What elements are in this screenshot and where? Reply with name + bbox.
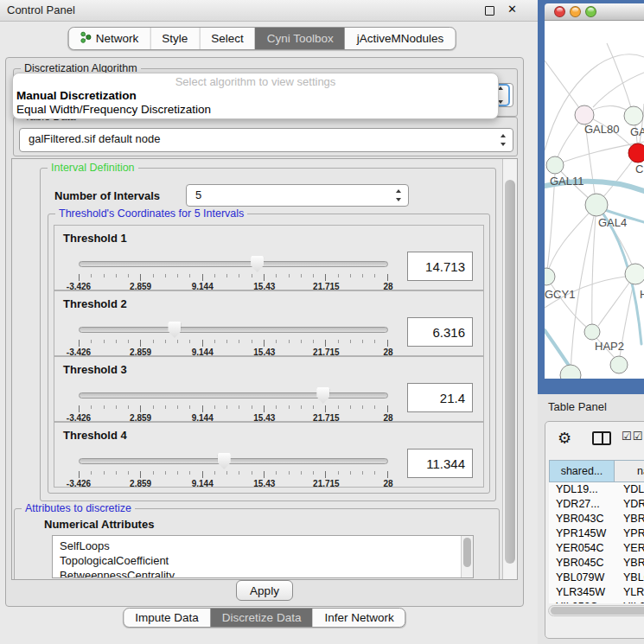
algorithm-dropdown: Select algorithm to view settings Manual… bbox=[12, 73, 499, 119]
scrollbar-thumb[interactable] bbox=[505, 180, 515, 564]
slider-thumb[interactable] bbox=[218, 453, 231, 469]
network-edge bbox=[596, 205, 635, 274]
tab-jactivemnodules[interactable]: jActiveMNodules bbox=[345, 28, 456, 49]
network-view[interactable]: GAL80GACGAL11GAL4GCY1HHAP2 bbox=[545, 21, 644, 379]
table-row[interactable]: YDL19...YDL1 bbox=[549, 482, 644, 497]
attribute-item-betweennesscentrality[interactable]: BetweennessCentrality bbox=[53, 568, 461, 578]
threshold-value-field[interactable]: 14.713 bbox=[407, 252, 473, 281]
table-rows: YDL19...YDL1YDR27...YDR2YBR043CYBR0YPR14… bbox=[549, 482, 644, 603]
bottom-tab-bar: Impute DataDiscretize DataInfer Network bbox=[123, 608, 405, 628]
slider-ticks bbox=[79, 471, 388, 478]
columns-icon[interactable] bbox=[592, 431, 611, 445]
top-tab-bar: NetworkStyleSelectCyni ToolboxjActiveMNo… bbox=[68, 27, 456, 50]
tab-label: Network bbox=[96, 32, 139, 45]
table-row[interactable]: YPR145WYPR1 bbox=[549, 526, 644, 541]
combo-stepper-icon[interactable] bbox=[394, 188, 404, 202]
network-node-gal4[interactable] bbox=[585, 194, 608, 216]
list-scrollbar[interactable] bbox=[461, 536, 473, 577]
network-node-h[interactable] bbox=[625, 264, 644, 284]
table-row[interactable]: YLR345WYLR3 bbox=[549, 585, 644, 600]
network-node-gcy1[interactable] bbox=[545, 268, 555, 285]
slider-thumb[interactable] bbox=[251, 256, 264, 272]
table-row[interactable]: YER054CYER0 bbox=[549, 541, 644, 556]
network-node-gal11[interactable] bbox=[546, 156, 564, 174]
network-node-selected-red[interactable] bbox=[628, 143, 644, 163]
threshold-label: Threshold 1 bbox=[63, 232, 127, 245]
interval-definition-group: Interval Definition Number of Intervals … bbox=[40, 168, 496, 501]
threshold-label: Threshold 4 bbox=[63, 429, 127, 442]
apply-button[interactable]: Apply bbox=[236, 580, 293, 601]
table-row[interactable]: YDR27...YDR2 bbox=[549, 497, 644, 512]
column-header-shared[interactable]: shared... bbox=[550, 461, 615, 481]
cell-name: YBR0 bbox=[613, 512, 644, 526]
slider-ticks bbox=[79, 340, 388, 347]
zoom-traffic-light[interactable] bbox=[585, 6, 596, 17]
slider-ticks bbox=[79, 274, 388, 281]
network-node-gal80[interactable] bbox=[575, 105, 594, 124]
network-edge bbox=[546, 174, 555, 277]
slider-thumb[interactable] bbox=[168, 322, 181, 338]
table-toolbar: ⚙ ☑☑ bbox=[545, 425, 644, 451]
tab-style[interactable]: Style bbox=[150, 28, 199, 49]
cell-shared-name: YBR045C bbox=[549, 556, 613, 571]
cell-shared-name: YBL079W bbox=[549, 571, 613, 585]
number-of-intervals-combo[interactable]: 5 bbox=[186, 184, 409, 207]
threshold-value-field[interactable]: 11.344 bbox=[407, 449, 473, 478]
cell-name: YBR0 bbox=[613, 556, 644, 571]
tab-impute-data[interactable]: Impute Data bbox=[124, 609, 210, 627]
tab-discretize-data[interactable]: Discretize Data bbox=[210, 609, 313, 627]
slider-thumb[interactable] bbox=[316, 387, 329, 404]
table-row[interactable]: YIL052CYIL0 bbox=[549, 600, 644, 603]
network-node-gal-top[interactable] bbox=[624, 106, 643, 125]
attributes-group: Attributes to discretize Numerical Attri… bbox=[14, 508, 500, 580]
slider-track[interactable] bbox=[79, 261, 388, 267]
table-horizontal-scrollbar[interactable] bbox=[548, 605, 644, 616]
network-window-titlebar[interactable] bbox=[545, 3, 644, 21]
number-of-intervals-value: 5 bbox=[195, 185, 201, 206]
dropdown-hint: Select algorithm to view settings bbox=[13, 75, 498, 89]
network-node-node-bottom[interactable] bbox=[610, 356, 628, 373]
table-data-combo[interactable]: galFiltered.sif default node bbox=[19, 128, 513, 152]
table-row[interactable]: YBL079WYBL0 bbox=[549, 571, 644, 585]
minimize-traffic-light[interactable] bbox=[570, 6, 581, 17]
threshold-value-field[interactable]: 21.4 bbox=[407, 383, 473, 412]
close-traffic-light[interactable] bbox=[554, 6, 565, 17]
slider-tick-labels: -3.4262.8599.14415.4321.71528 bbox=[79, 479, 388, 489]
settings-scrollbar[interactable] bbox=[502, 159, 517, 579]
tab-label: Select bbox=[211, 32, 244, 45]
combo-stepper-icon[interactable] bbox=[499, 133, 508, 147]
cell-name: YDL1 bbox=[613, 482, 644, 497]
tab-label: Impute Data bbox=[135, 611, 199, 624]
slider-track[interactable] bbox=[79, 327, 388, 333]
attribute-item-topologicalcoefficient[interactable]: TopologicalCoefficient bbox=[53, 553, 461, 568]
scrollbar-thumb[interactable] bbox=[551, 607, 644, 615]
node-label-gal11: GAL11 bbox=[550, 175, 584, 188]
tab-select[interactable]: Select bbox=[199, 28, 255, 49]
threshold-slider: -3.4262.8599.14415.4321.71528 bbox=[79, 321, 388, 354]
network-node-node-bottom-left[interactable] bbox=[560, 365, 581, 379]
checkbox-icons[interactable]: ☑☑ bbox=[622, 430, 643, 443]
gear-icon[interactable]: ⚙ bbox=[558, 427, 571, 450]
slider-track[interactable] bbox=[79, 458, 388, 464]
network-node-hap2[interactable] bbox=[584, 324, 600, 340]
table-row[interactable]: YBR045CYBR0 bbox=[549, 556, 644, 571]
threshold-value-field[interactable]: 6.316 bbox=[407, 317, 473, 347]
cell-shared-name: YBR043C bbox=[549, 512, 613, 526]
tick-label: 15.43 bbox=[253, 479, 275, 488]
float-window-icon[interactable] bbox=[485, 6, 494, 16]
cell-shared-name: YLR345W bbox=[549, 585, 613, 600]
attribute-item-selfloops[interactable]: SelfLoops bbox=[53, 539, 461, 553]
scrollbar-thumb[interactable] bbox=[463, 538, 471, 567]
thresholds-group: Threshold's Coordinates for 5 Intervals … bbox=[48, 214, 490, 494]
slider-track[interactable] bbox=[79, 392, 388, 399]
cell-name: YER0 bbox=[613, 541, 644, 556]
dropdown-option-manual-discretization[interactable]: Manual Discretization bbox=[16, 89, 494, 103]
tab-network[interactable]: Network bbox=[69, 28, 150, 49]
close-icon[interactable]: ✕ bbox=[507, 3, 517, 16]
column-header-na[interactable]: na bbox=[615, 461, 644, 481]
cell-name: YLR3 bbox=[613, 585, 644, 600]
tab-cyni-toolbox[interactable]: Cyni Toolbox bbox=[255, 28, 345, 49]
dropdown-option-equal-width-frequency-discretization[interactable]: Equal Width/Frequency Discretization bbox=[16, 103, 494, 117]
tab-infer-network[interactable]: Infer Network bbox=[312, 609, 405, 627]
table-row[interactable]: YBR043CYBR0 bbox=[549, 512, 644, 526]
